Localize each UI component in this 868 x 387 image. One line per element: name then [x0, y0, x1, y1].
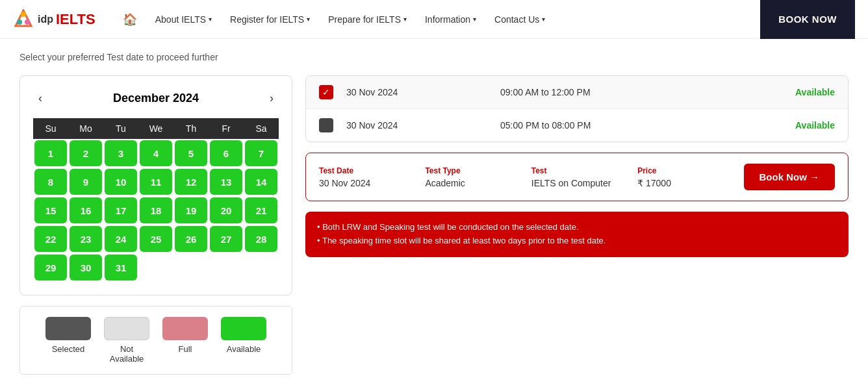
- calendar-day-cell[interactable]: 16: [68, 196, 103, 225]
- calendar-day-cell[interactable]: 2: [68, 139, 103, 168]
- day-28[interactable]: 28: [245, 226, 277, 252]
- day-4[interactable]: 4: [140, 140, 172, 166]
- calendar-day-cell[interactable]: 1: [33, 139, 68, 168]
- header: idp IELTS 🏠 About IELTS ▾ Register for I…: [0, 0, 868, 39]
- calendar-header: ‹ December 2024 ›: [33, 89, 279, 108]
- calendar-day-cell[interactable]: 19: [173, 196, 209, 225]
- day-22[interactable]: 22: [34, 226, 67, 252]
- calendar-day-cell[interactable]: 30: [68, 253, 103, 282]
- nav-prepare-ielts[interactable]: Prepare for IELTS ▾: [320, 9, 415, 30]
- weekday-su: Su: [33, 118, 68, 139]
- nav-information[interactable]: Information ▾: [417, 9, 484, 30]
- weekday-tu: Tu: [103, 118, 138, 139]
- book-now-summary-button[interactable]: Book Now →: [744, 164, 836, 190]
- calendar-container: ‹ December 2024 › Su Mo Tu We Th Fr Sa: [19, 75, 292, 295]
- legend-available-label: Available: [227, 344, 261, 354]
- day-31[interactable]: 31: [105, 255, 137, 281]
- nav-about-ielts[interactable]: About IELTS ▾: [147, 9, 220, 30]
- day-8[interactable]: 8: [34, 169, 67, 195]
- calendar-day-cell[interactable]: 15: [33, 196, 68, 225]
- calendar-day-cell[interactable]: 18: [138, 196, 173, 225]
- summary-test-type-label: Test Type: [425, 166, 518, 175]
- idp-logo-icon: [13, 9, 34, 30]
- calendar-day-cell: [173, 253, 209, 282]
- calendar-day-cell[interactable]: 8: [33, 168, 68, 196]
- day-3[interactable]: 3: [105, 140, 137, 166]
- day-2[interactable]: 2: [70, 140, 102, 166]
- calendar-day-cell[interactable]: 14: [244, 168, 279, 196]
- calendar-day-cell[interactable]: 17: [103, 196, 138, 225]
- calendar-day-cell[interactable]: 12: [173, 168, 209, 196]
- day-23[interactable]: 23: [70, 226, 102, 252]
- weekday-mo: Mo: [68, 118, 103, 139]
- logo-ielts-text: IELTS: [56, 11, 96, 28]
- info-messages-list: Both LRW and Speaking test will be condu…: [317, 221, 837, 248]
- calendar-day-cell[interactable]: 28: [244, 225, 279, 253]
- day-27[interactable]: 27: [210, 226, 242, 252]
- calendar-day-cell[interactable]: 3: [103, 139, 138, 168]
- day-30[interactable]: 30: [70, 255, 102, 281]
- day-13[interactable]: 13: [210, 169, 242, 195]
- day-9[interactable]: 9: [70, 169, 102, 195]
- calendar-day-cell[interactable]: 27: [209, 225, 244, 253]
- day-10[interactable]: 10: [105, 169, 137, 195]
- day-5[interactable]: 5: [175, 140, 207, 166]
- summary-test-type-value: Academic: [425, 178, 518, 188]
- day-17[interactable]: 17: [105, 197, 137, 223]
- day-20[interactable]: 20: [210, 197, 242, 223]
- calendar-day-cell[interactable]: 5: [173, 139, 209, 168]
- calendar-day-cell[interactable]: 4: [138, 139, 173, 168]
- legend-available-box: [221, 317, 266, 340]
- day-7[interactable]: 7: [245, 140, 277, 166]
- calendar-day-cell[interactable]: 21: [244, 196, 279, 225]
- logo-idp-text: idp: [38, 14, 53, 25]
- calendar-day-cell[interactable]: 11: [138, 168, 173, 196]
- day-14[interactable]: 14: [245, 169, 277, 195]
- day-19[interactable]: 19: [175, 197, 207, 223]
- calendar-day-cell[interactable]: 25: [138, 225, 173, 253]
- legend-not-available-box: [104, 317, 149, 340]
- calendar-prev-button[interactable]: ‹: [33, 89, 47, 108]
- day-21[interactable]: 21: [245, 197, 277, 223]
- calendar-day-cell[interactable]: 22: [33, 225, 68, 253]
- calendar-day-cell[interactable]: 29: [33, 253, 68, 282]
- info-box: Both LRW and Speaking test will be condu…: [305, 212, 849, 257]
- slot-2-checkbox[interactable]: [319, 118, 333, 132]
- day-11[interactable]: 11: [140, 169, 172, 195]
- day-18[interactable]: 18: [140, 197, 172, 223]
- calendar-day-cell[interactable]: 24: [103, 225, 138, 253]
- chevron-down-icon: ▾: [209, 16, 212, 23]
- day-29[interactable]: 29: [34, 255, 67, 281]
- summary-test-date: Test Date 30 Nov 2024: [319, 166, 412, 188]
- chevron-down-icon: ▾: [307, 16, 310, 23]
- day-16[interactable]: 16: [70, 197, 102, 223]
- legend-full: Full: [162, 317, 208, 364]
- day-15[interactable]: 15: [34, 197, 67, 223]
- calendar-next-button[interactable]: ›: [264, 89, 279, 108]
- calendar-day-cell[interactable]: 6: [209, 139, 244, 168]
- calendar-day-cell[interactable]: 31: [103, 253, 138, 282]
- day-24[interactable]: 24: [105, 226, 137, 252]
- calendar-day-cell[interactable]: 7: [244, 139, 279, 168]
- calendar-day-cell[interactable]: 13: [209, 168, 244, 196]
- chevron-down-icon: ▾: [542, 16, 545, 23]
- day-1[interactable]: 1: [34, 140, 67, 166]
- book-now-header-button[interactable]: BOOK NOW: [760, 0, 855, 39]
- calendar-day-cell[interactable]: 10: [103, 168, 138, 196]
- legend-selected-label: Selected: [52, 344, 85, 354]
- day-12[interactable]: 12: [175, 169, 207, 195]
- nav-contact-us[interactable]: Contact Us ▾: [487, 9, 553, 30]
- summary-test-label: Test: [531, 166, 624, 175]
- calendar-day-cell[interactable]: 26: [173, 225, 209, 253]
- slot-2-status: Available: [795, 120, 835, 131]
- slot-1-checkbox[interactable]: ✓: [319, 85, 333, 99]
- day-26[interactable]: 26: [175, 226, 207, 252]
- time-slot-row-2: 30 Nov 2024 05:00 PM to 08:00 PM Availab…: [306, 109, 848, 142]
- home-nav-item[interactable]: 🏠: [115, 7, 145, 32]
- calendar-day-cell[interactable]: 9: [68, 168, 103, 196]
- day-25[interactable]: 25: [140, 226, 172, 252]
- nav-register-ielts[interactable]: Register for IELTS ▾: [222, 9, 318, 30]
- calendar-day-cell[interactable]: 20: [209, 196, 244, 225]
- day-6[interactable]: 6: [210, 140, 242, 166]
- calendar-day-cell[interactable]: 23: [68, 225, 103, 253]
